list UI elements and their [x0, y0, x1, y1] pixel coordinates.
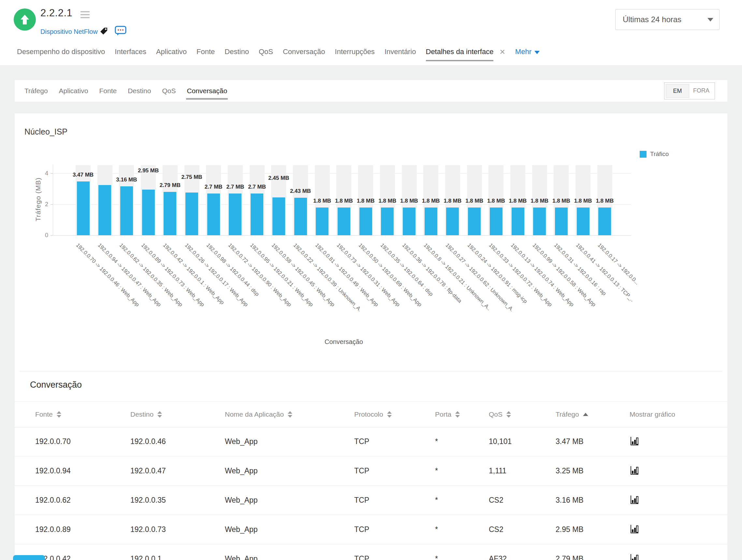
sort-down-icon [507, 415, 511, 417]
cell-fonte: 192.0.0.89 [35, 515, 71, 544]
bar-value-label: 1.8 MB [378, 198, 396, 204]
bar-value-label: 1.8 MB [509, 198, 527, 204]
bar-chart-icon[interactable] [630, 554, 639, 560]
bar-value-label: 1.8 MB [596, 198, 614, 204]
nav-tab-1[interactable]: Desempenho do dispositivo [17, 48, 105, 61]
traffic-bar[interactable] [77, 181, 90, 235]
traffic-bar[interactable] [598, 208, 611, 235]
view-tabs: TráfegoAplicativoFonteDestinoQoSConversa… [24, 80, 227, 102]
column-header-7[interactable]: Tráfego [555, 402, 588, 427]
toggle-in-button[interactable]: EM [666, 84, 689, 98]
column-header-5[interactable]: Porta [435, 402, 460, 427]
nav-tab-10[interactable]: Detalhes da interface [426, 48, 494, 61]
column-header-4[interactable]: Protocolo [354, 402, 392, 427]
traffic-bar[interactable] [555, 208, 568, 235]
chart-legend[interactable]: Tráfico [640, 151, 669, 158]
column-header-label: QoS [489, 410, 502, 418]
tag-icon[interactable] [99, 26, 108, 36]
tick-mark [51, 235, 53, 235]
device-type-link[interactable]: Dispositivo NetFlow [40, 28, 98, 36]
sort-asc-icon [583, 413, 588, 416]
main-nav: Desempenho do dispositivoInterfacesAplic… [17, 48, 540, 61]
column-header-3[interactable]: Nome da Aplicação [225, 402, 292, 427]
sort-arrows-icon[interactable] [288, 411, 292, 417]
nav-tab-5[interactable]: Destino [224, 48, 249, 61]
bar-value-label: 2.7 MB [205, 184, 223, 190]
traffic-bar[interactable] [446, 208, 459, 235]
traffic-bar[interactable] [120, 186, 133, 235]
traffic-bar[interactable] [186, 192, 198, 235]
bar-chart-icon[interactable] [630, 436, 639, 447]
toggle-out-button[interactable]: FORA [689, 84, 713, 97]
cell-qos: AF32 [489, 544, 507, 560]
traffic-bar[interactable] [360, 208, 372, 235]
sort-arrows-icon[interactable] [57, 411, 61, 417]
bar-chart-icon[interactable] [630, 465, 639, 477]
comment-icon[interactable] [115, 26, 126, 36]
nav-tab-4[interactable]: Fonte [197, 48, 215, 61]
column-header-6[interactable]: QoS [489, 402, 511, 427]
nav-tab-8[interactable]: Interrupções [335, 48, 375, 61]
traffic-bar[interactable] [512, 208, 524, 235]
cell-porta: * [435, 427, 438, 456]
sort-up-icon [157, 411, 162, 414]
device-status-badge [14, 8, 36, 31]
nav-tab-3[interactable]: Aplicativo [156, 48, 187, 61]
traffic-bar[interactable] [337, 208, 350, 235]
traffic-bar[interactable] [98, 185, 111, 235]
traffic-bar[interactable] [533, 208, 546, 235]
hamburger-icon[interactable] [81, 11, 90, 20]
close-icon[interactable]: ✕ [499, 48, 505, 56]
floating-button-partial[interactable] [13, 555, 45, 560]
sort-arrows-icon[interactable] [455, 411, 460, 417]
time-range-dropdown[interactable]: Últimas 24 horas [615, 9, 720, 30]
nav-more-menu[interactable]: Mehr [515, 48, 540, 56]
view-tab-5[interactable]: QoS [162, 80, 176, 102]
column-header-2[interactable]: Destino [130, 402, 162, 427]
in-out-toggle: EM FORA [664, 82, 715, 99]
traffic-bar[interactable] [164, 192, 176, 235]
nav-tab-2[interactable]: Interfaces [115, 48, 146, 61]
traffic-bar[interactable] [316, 208, 328, 235]
cell-nome-da-aplica-o: Web_App [225, 544, 258, 560]
bar-value-label: 2.95 MB [138, 167, 159, 174]
y-tick-label: 2 [37, 201, 48, 208]
traffic-bar[interactable] [272, 198, 285, 235]
cell-qos: CS2 [489, 515, 504, 544]
sort-arrows-icon[interactable] [507, 411, 511, 417]
legend-swatch [640, 151, 646, 158]
traffic-bar[interactable] [468, 208, 481, 235]
x-axis-title: Conversação [302, 338, 386, 346]
column-header-1[interactable]: Fonte [35, 402, 61, 427]
bar-value-label: 1.8 MB [422, 198, 440, 204]
bar-chart-icon[interactable] [630, 524, 639, 535]
column-header-label: Nome da Aplicação [225, 410, 284, 418]
nav-tab-7[interactable]: Conversação [283, 48, 325, 61]
view-tab-2[interactable]: Aplicativo [59, 80, 88, 102]
table-row: 192.0.0.42192.0.0.1Web_AppTCP*AF322.79 M… [15, 544, 727, 560]
cell-protocolo: TCP [354, 515, 369, 544]
traffic-bar[interactable] [142, 189, 155, 235]
view-tab-3[interactable]: Fonte [99, 80, 117, 102]
sort-arrows-icon[interactable] [387, 411, 392, 417]
traffic-bar[interactable] [251, 193, 263, 235]
traffic-bar[interactable] [229, 193, 242, 235]
traffic-bar[interactable] [294, 198, 307, 235]
traffic-bar[interactable] [403, 208, 416, 235]
view-tab-1[interactable]: Tráfego [24, 80, 48, 102]
traffic-bar[interactable] [425, 208, 437, 235]
view-tab-6[interactable]: Conversação [187, 80, 227, 102]
view-tab-4[interactable]: Destino [128, 80, 151, 102]
y-axis-line [53, 165, 53, 235]
traffic-bar[interactable] [577, 208, 589, 235]
x-axis-category-label: 192.0.0.17 -> 192.0.0... [596, 242, 640, 286]
traffic-bar[interactable] [381, 208, 394, 235]
traffic-bar[interactable] [490, 208, 502, 235]
chevron-down-icon [534, 51, 540, 54]
bar-value-label: 1.8 MB [465, 198, 483, 204]
nav-tab-6[interactable]: QoS [259, 48, 273, 61]
nav-tab-9[interactable]: Inventário [384, 48, 416, 61]
bar-chart-icon[interactable] [630, 495, 639, 506]
traffic-bar[interactable] [207, 193, 220, 235]
sort-arrows-icon[interactable] [157, 411, 162, 417]
